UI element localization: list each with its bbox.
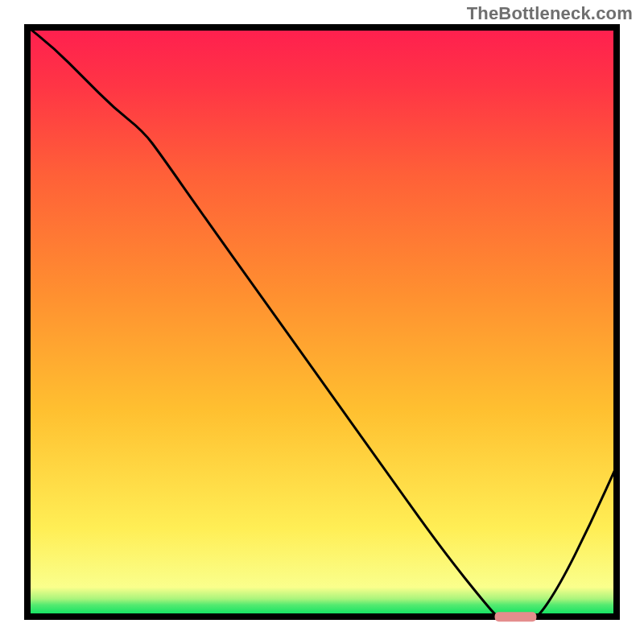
gradient-background xyxy=(27,27,617,617)
watermark-text: TheBottleneck.com xyxy=(467,3,633,24)
bottleneck-chart xyxy=(0,0,644,644)
optimal-marker xyxy=(495,612,537,621)
chart-container: TheBottleneck.com xyxy=(0,0,644,644)
